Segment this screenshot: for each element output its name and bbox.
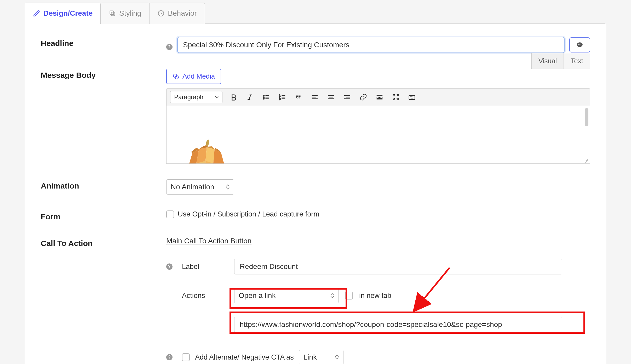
alternate-cta-text: Add Alternate/ Negative CTA as [195,353,294,361]
editor-resize-handle[interactable] [584,157,589,162]
help-icon[interactable]: ? [166,263,173,270]
svg-point-10 [263,98,264,99]
editor-tab-text[interactable]: Text [564,53,590,69]
chevron-updown-icon [330,293,334,298]
headline-label: Headline [41,37,158,48]
cta-url-input[interactable] [234,317,562,332]
help-icon[interactable]: ? [166,354,173,360]
add-media-text: Add Media [182,72,215,80]
paragraph-select[interactable]: Paragraph [170,91,222,103]
animation-select[interactable]: No Animation [166,179,234,195]
read-more-button[interactable] [375,92,385,102]
speech-bubble-icon [575,42,584,48]
cta-action-select[interactable]: Open a link [234,288,339,303]
main-cta-subtitle: Main Call To Action Button [166,237,590,245]
align-left-button[interactable] [310,92,320,102]
align-center-button[interactable] [326,92,336,102]
clock-icon [157,10,165,17]
tabs-bar: Design/Create Styling Behavior [25,3,606,24]
align-right-button[interactable] [342,92,352,102]
new-tab-checkbox[interactable] [345,292,353,300]
form-label: Form [41,210,158,221]
panel-body: Headline ? Message Body [25,24,606,364]
new-tab-text: in new tab [359,292,391,300]
pumpkin-image [181,135,233,163]
comment-button[interactable] [569,37,590,52]
svg-rect-31 [377,98,383,99]
blockquote-button[interactable] [294,92,303,102]
use-optin-text: Use Opt-in / Subscription / Lead capture… [178,210,319,218]
svg-line-5 [249,95,251,99]
cta-label: Call To Action [41,237,158,248]
tab-styling[interactable]: Styling [101,3,149,24]
bulleted-list-button[interactable] [261,92,271,102]
italic-button[interactable] [245,92,255,102]
edit-icon [33,10,40,17]
fullscreen-button[interactable] [391,92,401,102]
tab-styling-label: Styling [119,9,141,17]
svg-point-9 [263,97,264,98]
add-media-button[interactable]: Add Media [166,69,221,84]
help-icon[interactable]: ? [166,44,173,50]
svg-rect-0 [111,12,115,16]
rich-text-editor: Paragraph 123 [166,88,590,164]
editor-scrollbar[interactable] [585,108,588,126]
cta-actions-field-title: Actions [182,292,234,300]
copy-icon [109,10,116,17]
svg-rect-29 [377,95,383,96]
tab-design-label: Design/Create [43,9,93,17]
editor-mode-tabs: Visual Text [531,53,590,69]
keyboard-button[interactable] [407,92,417,102]
tab-behavior-label: Behavior [168,9,197,17]
tab-behavior[interactable]: Behavior [149,3,205,24]
tab-design-create[interactable]: Design/Create [25,3,101,24]
svg-rect-32 [409,96,415,99]
message-body-label: Message Body [41,69,158,80]
cta-label-field-title: Label [182,263,234,271]
chevron-updown-icon [226,184,230,190]
editor-canvas[interactable] [167,106,590,163]
link-button[interactable] [358,92,368,102]
svg-rect-1 [110,11,114,15]
alternate-cta-checkbox[interactable] [182,353,190,361]
editor-tab-visual[interactable]: Visual [531,53,564,69]
headline-input[interactable] [177,37,565,53]
bold-button[interactable] [229,92,239,102]
caret-down-icon [215,96,219,98]
svg-marker-39 [205,147,215,163]
editor-toolbar: Paragraph 123 [167,89,590,106]
cta-label-input[interactable] [234,259,562,274]
svg-point-8 [263,95,264,96]
animation-label: Animation [41,179,158,190]
alternate-cta-type-select[interactable]: Link [299,350,343,364]
media-icon [173,73,179,80]
use-optin-checkbox[interactable] [166,210,174,218]
chevron-updown-icon [335,355,339,360]
svg-text:3: 3 [279,98,281,101]
numbered-list-button[interactable]: 123 [277,92,287,102]
